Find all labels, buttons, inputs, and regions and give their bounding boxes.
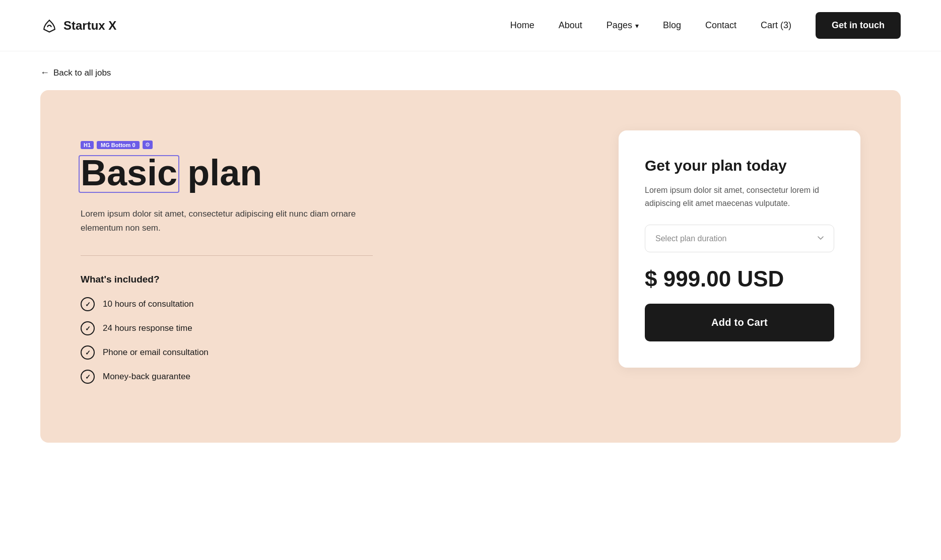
- purchase-description: Lorem ipsum dolor sit amet, consectetur …: [645, 184, 834, 211]
- nav-blog[interactable]: Blog: [663, 20, 681, 31]
- back-arrow-icon: ←: [40, 67, 49, 78]
- purchase-title: Get your plan today: [645, 157, 834, 175]
- plan-right: Get your plan today Lorem ipsum dolor si…: [619, 130, 860, 368]
- plan-title-word1: Basic: [81, 153, 177, 193]
- plan-card: H1 MG Bottom 0 ⚙ Basic plan Lorem ipsum …: [40, 90, 901, 443]
- add-to-cart-button[interactable]: Add to Cart: [645, 304, 834, 341]
- feature-text-4: Money-back guarantee: [103, 372, 190, 382]
- feature-text-1: 10 hours of consultation: [103, 299, 194, 309]
- purchase-card: Get your plan today Lorem ipsum dolor si…: [619, 130, 860, 368]
- features-list: 10 hours of consultation 24 hours respon…: [81, 297, 373, 384]
- feature-item-2: 24 hours response time: [81, 321, 373, 335]
- nav-about[interactable]: About: [559, 20, 582, 31]
- plan-description: Lorem ipsum dolor sit amet, consectetur …: [81, 207, 373, 235]
- main-content: H1 MG Bottom 0 ⚙ Basic plan Lorem ipsum …: [0, 90, 941, 473]
- plan-title: Basic plan: [81, 153, 373, 193]
- feature-text-2: 24 hours response time: [103, 323, 192, 333]
- feature-item-4: Money-back guarantee: [81, 370, 373, 384]
- check-icon-3: [81, 345, 95, 360]
- feature-text-3: Phone or email consultation: [103, 347, 209, 358]
- nav-pages[interactable]: Pages ▾: [607, 20, 639, 31]
- price-display: $ 999.00 USD: [645, 266, 834, 292]
- debug-gear-icon[interactable]: ⚙: [143, 141, 153, 149]
- nav-cart[interactable]: Cart (3): [761, 20, 791, 31]
- debug-badge-h1: H1: [81, 141, 94, 149]
- plan-duration-select[interactable]: Select plan duration 1 Month 3 Months 6 …: [645, 225, 834, 252]
- nav-contact[interactable]: Contact: [705, 20, 736, 31]
- check-icon-4: [81, 370, 95, 384]
- debug-badge-mg: MG Bottom 0: [97, 141, 139, 149]
- debug-toolbar: H1 MG Bottom 0 ⚙: [81, 141, 373, 149]
- whats-included-title: What's included?: [81, 274, 373, 285]
- feature-item-3: Phone or email consultation: [81, 345, 373, 360]
- get-in-touch-button[interactable]: Get in touch: [816, 12, 901, 39]
- main-nav: Home About Pages ▾ Blog Contact Cart (3)…: [510, 12, 901, 39]
- chevron-down-icon: ▾: [635, 22, 639, 30]
- divider: [81, 255, 373, 256]
- check-icon-2: [81, 321, 95, 335]
- check-icon-1: [81, 297, 95, 311]
- nav-home[interactable]: Home: [510, 20, 534, 31]
- plan-left: H1 MG Bottom 0 ⚙ Basic plan Lorem ipsum …: [81, 130, 373, 384]
- logo[interactable]: Startux X: [40, 17, 116, 35]
- logo-icon: [40, 17, 58, 35]
- plan-title-word2: plan: [187, 153, 262, 193]
- header: Startux X Home About Pages ▾ Blog Contac…: [0, 0, 941, 51]
- logo-text: Startux X: [63, 19, 116, 33]
- back-link[interactable]: ← Back to all jobs: [0, 51, 941, 90]
- feature-item-1: 10 hours of consultation: [81, 297, 373, 311]
